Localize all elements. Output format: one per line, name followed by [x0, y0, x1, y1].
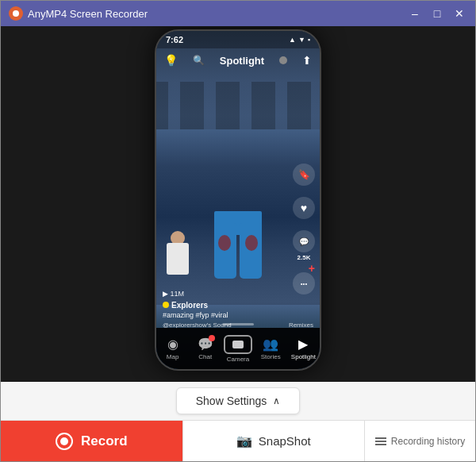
- comment-icon: 💬: [293, 230, 315, 252]
- heart-icon: ♥: [293, 197, 315, 219]
- signal-icon: ▲: [289, 36, 296, 44]
- jeans-body: [210, 211, 266, 279]
- scroll-indicator: [222, 323, 254, 325]
- bulb-icon: 💡: [164, 54, 178, 67]
- record-label: Record: [81, 433, 128, 449]
- phone-mockup: 7:62 ▲ ▼ ▪ 💡 🔍 Spotlight ⬆: [155, 29, 321, 371]
- nav-item-chat[interactable]: 💬 Chat: [189, 337, 221, 360]
- chat-notification-dot: [209, 335, 215, 341]
- search-icon: 🔍: [193, 55, 205, 66]
- bookmark-icon: 🔖: [293, 164, 315, 186]
- record-circle-icon: [56, 433, 73, 450]
- titlebar-controls: – □ ✕: [405, 4, 469, 23]
- record-dot-icon: [60, 437, 68, 445]
- toggle-icon: [279, 56, 287, 64]
- comment-count: 2.5K: [298, 254, 311, 261]
- person-figure: [164, 231, 192, 295]
- video-tags: #amazing #fyp #viral: [163, 311, 313, 319]
- creator-label: Explorers: [171, 301, 208, 310]
- show-settings-label: Show Settings: [196, 395, 267, 407]
- bottom-toolbar: Show Settings ∧: [1, 382, 475, 420]
- status-bar: 7:62 ▲ ▼ ▪: [156, 31, 320, 48]
- share-icon: ⬆: [302, 54, 312, 67]
- phone-frame: 7:62 ▲ ▼ ▪ 💡 🔍 Spotlight ⬆: [155, 29, 321, 371]
- snapshot-button[interactable]: 📷 SnapShot: [182, 421, 365, 461]
- spotlight-nav-label: Spotlight: [291, 353, 316, 360]
- snapshot-label: SnapShot: [259, 434, 311, 448]
- stories-nav-icon: 👥: [263, 337, 278, 352]
- side-action-bookmark: 🔖: [293, 164, 315, 186]
- titlebar: AnyMP4 Screen Recorder – □ ✕: [1, 1, 475, 26]
- tiktok-topbar: 💡 🔍 Spotlight ⬆: [156, 48, 320, 72]
- map-nav-icon: ◉: [167, 337, 178, 352]
- history-label: Recording history: [391, 436, 465, 447]
- nav-item-stories[interactable]: 👥 Stories: [255, 337, 287, 360]
- status-icons: ▲ ▼ ▪: [289, 36, 310, 44]
- side-action-comment: 💬 2.5K: [293, 230, 315, 261]
- phone-screen: 7:62 ▲ ▼ ▪ 💡 🔍 Spotlight ⬆: [156, 31, 320, 369]
- minimize-button[interactable]: –: [405, 4, 424, 23]
- side-action-heart: ♥: [293, 197, 315, 219]
- history-lines-icon: [375, 437, 386, 445]
- camera-nav-label: Camera: [227, 356, 249, 363]
- nav-item-spotlight[interactable]: ▶ Spotlight: [287, 337, 320, 360]
- chevron-up-icon: ∧: [273, 395, 280, 406]
- chat-icon-wrap: 💬: [198, 337, 213, 352]
- spotlight-label: Spotlight: [220, 55, 264, 67]
- main-content: 7:62 ▲ ▼ ▪ 💡 🔍 Spotlight ⬆: [1, 26, 475, 382]
- jeans-right-leg: [240, 223, 262, 279]
- app-window: AnyMP4 Screen Recorder – □ ✕: [0, 0, 476, 462]
- camera-nav-btn: [224, 335, 252, 354]
- map-nav-label: Map: [167, 353, 179, 360]
- stories-nav-label: Stories: [261, 353, 281, 360]
- nav-item-camera[interactable]: Camera: [221, 335, 254, 363]
- ceiling-tubes: [156, 82, 320, 129]
- status-time: 7:62: [166, 35, 183, 44]
- jeans-left-leg: [214, 223, 236, 279]
- app-icon: [9, 6, 23, 21]
- verified-dot: [163, 302, 169, 308]
- creator-name: Explorers: [163, 301, 313, 310]
- mannequin-figure: [210, 191, 266, 295]
- record-button[interactable]: Record: [1, 421, 182, 461]
- tiktok-navbar: ◉ Map 💬 Chat: [156, 328, 320, 369]
- battery-icon: ▪: [308, 36, 310, 44]
- nav-item-map[interactable]: ◉ Map: [156, 337, 189, 360]
- action-bar: Record 📷 SnapShot Recording history: [1, 420, 475, 461]
- titlebar-left: AnyMP4 Screen Recorder: [9, 6, 148, 21]
- show-settings-button[interactable]: Show Settings ∧: [176, 387, 301, 414]
- chat-nav-label: Chat: [198, 353, 212, 360]
- camera-icon: 📷: [236, 433, 252, 449]
- close-button[interactable]: ✕: [450, 4, 469, 23]
- wifi-icon: ▼: [298, 36, 305, 44]
- view-count: ▶ 11M: [163, 290, 313, 298]
- recording-history-button[interactable]: Recording history: [364, 421, 475, 461]
- side-actions: 🔖 ♥ 💬 2.5K •••: [293, 164, 315, 295]
- maximize-button[interactable]: □: [428, 4, 447, 23]
- camera-nav-icon: [232, 341, 244, 348]
- app-title: AnyMP4 Screen Recorder: [28, 8, 148, 20]
- spotlight-nav-icon: ▶: [298, 337, 308, 352]
